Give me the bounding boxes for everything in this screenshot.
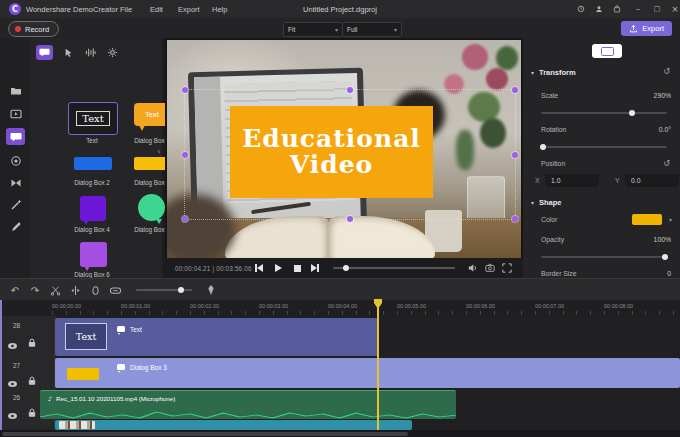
y-field[interactable]: 0.0 — [625, 174, 679, 187]
chevron-down-icon: ▾ — [531, 69, 534, 76]
timeline-ruler[interactable]: 00:00:00.00 00:00:01.00 00:00:02.00 00:0… — [0, 300, 680, 316]
visibility-eye-icon[interactable] — [7, 336, 18, 354]
cursor-effects-icon[interactable] — [6, 152, 25, 169]
selection-handle[interactable] — [347, 87, 353, 93]
canvas-toggle-button[interactable] — [592, 44, 622, 58]
rotation-knob[interactable] — [540, 144, 546, 150]
maximize-button[interactable]: □ — [650, 2, 664, 16]
store-icon[interactable] — [610, 2, 624, 16]
video-canvas[interactable]: Educational Video — [167, 40, 521, 258]
transform-section-header[interactable]: ▾ Transform — [531, 68, 576, 77]
captions-icon[interactable] — [6, 218, 25, 235]
voiceover-icon[interactable] — [202, 279, 220, 301]
effects-icon[interactable] — [6, 196, 25, 213]
next-frame-button[interactable] — [307, 258, 323, 278]
scale-value: 290% — [654, 92, 671, 99]
cursor-icon — [64, 48, 74, 58]
display-size-dropdown[interactable]: Full ▾ — [342, 22, 402, 37]
play-button[interactable] — [270, 258, 286, 278]
visibility-eye-icon[interactable] — [7, 406, 18, 424]
clip-dialog-box-3[interactable]: Dialog Box 3 — [55, 358, 680, 388]
lock-icon[interactable] — [27, 404, 37, 422]
position-reset-icon[interactable]: ↺ — [663, 159, 670, 168]
selection-handle[interactable] — [512, 216, 518, 222]
lock-icon[interactable] — [27, 334, 37, 352]
selection-handle[interactable] — [512, 152, 518, 158]
record-button[interactable]: Record — [8, 21, 59, 37]
tab-audio[interactable] — [82, 45, 99, 60]
timeline-scrollbar[interactable] — [0, 430, 680, 437]
clip-audio-recording[interactable]: ♪ Rec_15.01.10 20201105.mp4 (Microphone) — [40, 390, 456, 419]
slider-knob[interactable] — [343, 265, 349, 271]
cut-icon[interactable] — [46, 279, 64, 301]
visibility-eye-icon[interactable] — [7, 374, 18, 392]
menu-help[interactable]: Help — [212, 5, 227, 14]
asset-label: Text — [62, 137, 122, 144]
asset-label: Dialog Box 4 — [62, 226, 122, 233]
asset-dialog-box-2[interactable] — [74, 157, 112, 170]
preview-zoom-dropdown[interactable]: Fit ▾ — [283, 22, 343, 37]
shortcut-icon[interactable] — [106, 279, 124, 301]
marker-icon[interactable] — [86, 279, 104, 301]
menu-export[interactable]: Export — [178, 5, 200, 14]
transitions-icon[interactable] — [6, 174, 25, 191]
lock-icon[interactable] — [27, 372, 37, 390]
ruler-label: 00:00:05.00 — [397, 303, 426, 309]
fullscreen-icon[interactable] — [499, 258, 515, 278]
annotations-icon[interactable] — [6, 128, 25, 145]
tab-settings[interactable] — [104, 45, 121, 60]
selection-handle[interactable] — [182, 216, 188, 222]
scale-knob[interactable] — [629, 110, 635, 116]
color-swatch[interactable] — [632, 214, 662, 225]
transform-reset-icon[interactable]: ↺ — [663, 67, 670, 76]
media-library-icon[interactable] — [6, 82, 25, 99]
minimize-button[interactable]: – — [631, 2, 645, 16]
tab-dialog-boxes[interactable] — [36, 45, 53, 60]
selection-handle[interactable] — [512, 87, 518, 93]
sync-icon[interactable] — [574, 2, 588, 16]
rotation-slider[interactable] — [541, 146, 667, 148]
shape-section-header[interactable]: ▾ Shape — [531, 198, 562, 207]
split-icon[interactable] — [66, 279, 84, 301]
close-button[interactable]: × — [668, 2, 680, 16]
panel-collapse-icon[interactable]: ‹ — [157, 146, 161, 156]
ruler-label: 00:00:01.00 — [121, 303, 150, 309]
asset-dialog-box-6[interactable] — [80, 242, 107, 267]
asset-dialog-box-5[interactable] — [138, 194, 165, 221]
menu-file[interactable]: File — [120, 5, 132, 14]
volume-icon[interactable] — [465, 258, 481, 278]
playhead[interactable] — [377, 300, 379, 430]
scrollbar-handle[interactable] — [2, 432, 408, 436]
opacity-slider[interactable] — [541, 256, 667, 258]
bubble-tail — [83, 220, 89, 225]
selection-handle[interactable] — [182, 152, 188, 158]
timeline-zoom-slider[interactable] — [136, 289, 192, 291]
bubble-tail — [156, 219, 162, 224]
snapshot-icon[interactable] — [482, 258, 498, 278]
timeline-zoom-knob[interactable] — [178, 287, 184, 293]
selection-handle[interactable] — [347, 216, 353, 222]
bubble-preview-text: Text — [145, 110, 159, 119]
previous-frame-button[interactable] — [251, 258, 267, 278]
stop-button[interactable] — [289, 258, 305, 278]
asset-text[interactable]: Text — [68, 102, 118, 135]
x-field[interactable]: 1.0 — [545, 174, 599, 187]
clip-text[interactable]: Text Text — [55, 318, 378, 356]
clip-thumbnail: Text — [65, 323, 107, 350]
asset-dialog-box-4[interactable] — [80, 196, 106, 221]
redo-icon[interactable]: ↷ — [26, 279, 44, 301]
clip-video-strip[interactable] — [55, 420, 412, 430]
opacity-knob[interactable] — [662, 254, 668, 260]
export-button[interactable]: Export — [621, 21, 672, 36]
opacity-label: Opacity — [541, 236, 564, 243]
video-assets-icon[interactable] — [6, 105, 25, 122]
preview-zoom-slider[interactable] — [333, 267, 455, 269]
menu-edit[interactable]: Edit — [150, 5, 163, 14]
selection-handle[interactable] — [182, 87, 188, 93]
chevron-down-icon[interactable]: ▾ — [669, 216, 672, 223]
selection-bounds[interactable] — [184, 89, 516, 220]
undo-icon[interactable]: ↶ — [6, 279, 24, 301]
account-icon[interactable] — [592, 2, 606, 16]
scale-slider[interactable] — [541, 112, 667, 114]
tab-cursor[interactable] — [60, 45, 77, 60]
